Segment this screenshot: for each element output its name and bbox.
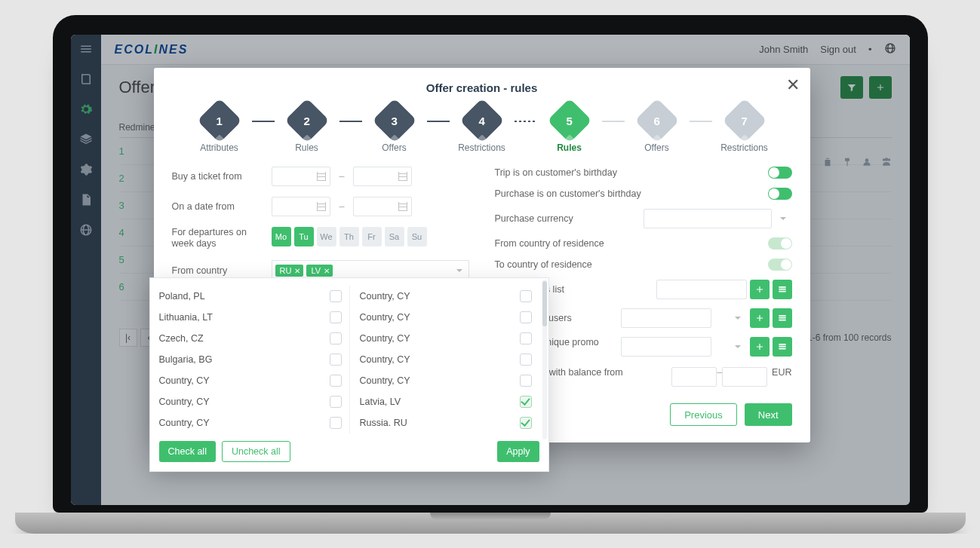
day-th[interactable]: Th [339, 227, 359, 246]
currency-label: EUR [772, 367, 791, 378]
checkbox[interactable] [520, 375, 532, 387]
country-option[interactable]: Country, CY [360, 307, 539, 328]
country-option[interactable]: Lithuania, LT [159, 307, 349, 328]
settings-icon[interactable] [79, 163, 93, 179]
promo-codes-input[interactable] [656, 280, 747, 299]
purchase-birthday-label: Purchase is on customer's birthday [495, 188, 768, 199]
step-1[interactable]: 1Attributes [187, 105, 252, 153]
purchase-currency-select[interactable] [644, 209, 772, 228]
user-group-select[interactable] [621, 308, 711, 328]
country-tag[interactable]: LV ✕ [306, 265, 333, 277]
signout-link[interactable]: Sign out [820, 44, 856, 55]
day-su[interactable]: Su [407, 227, 427, 246]
to-residence-toggle[interactable] [768, 259, 792, 271]
filter-button[interactable] [840, 76, 863, 99]
balance-from-max[interactable] [722, 367, 767, 387]
pager-first[interactable]: |‹ [119, 329, 137, 347]
modal-title: Offer creation - rules [172, 81, 792, 94]
uncheck-all-button[interactable]: Uncheck all [222, 441, 290, 462]
close-icon[interactable]: ✕ [786, 75, 800, 95]
country-option[interactable]: Country, CY [159, 391, 349, 412]
step-4[interactable]: 4Restrictions [450, 105, 515, 153]
weekday-picker: MoTuWeThFrSaSu [272, 227, 427, 246]
checkbox[interactable] [330, 311, 342, 323]
checkbox[interactable] [520, 290, 532, 302]
day-mo[interactable]: Mo [272, 227, 291, 246]
balance-from-min[interactable] [671, 367, 717, 387]
day-tu[interactable]: Tu [294, 227, 314, 246]
country-dropdown: Poland, PLLithuania, LTCzech, CZBulgaria… [149, 277, 549, 472]
menu-icon[interactable] [79, 42, 93, 59]
language-icon[interactable] [884, 42, 896, 57]
step-3[interactable]: 3Offers [362, 105, 427, 153]
country-tag[interactable]: RU ✕ [275, 265, 304, 277]
from-country-label: From country [172, 265, 263, 276]
unique-list-button[interactable] [773, 337, 792, 357]
brand-logo: ECOLINES [115, 43, 189, 57]
check-all-button[interactable]: Check all [159, 441, 216, 462]
checkbox[interactable] [330, 354, 342, 366]
from-residence-toggle[interactable] [768, 237, 792, 250]
country-option[interactable]: Country, CY [360, 286, 539, 307]
next-button[interactable]: Next [745, 403, 792, 426]
book-icon[interactable] [79, 72, 93, 89]
dropdown-scrollbar[interactable] [542, 280, 547, 439]
apply-button[interactable]: Apply [497, 441, 539, 462]
promo-add-button[interactable] [750, 280, 770, 299]
country-option[interactable]: Country, CY [360, 370, 539, 391]
country-option[interactable]: Poland, PL [159, 286, 349, 307]
sidebar [71, 35, 101, 505]
country-option[interactable]: Country, CY [159, 370, 349, 391]
user-name[interactable]: John Smith [759, 44, 808, 55]
checkbox[interactable] [330, 290, 342, 302]
unique-codes-select[interactable] [621, 337, 711, 357]
stepper: 1Attributes2Rules3Offers4Restrictions5Ru… [172, 105, 792, 153]
buy-from-start[interactable] [272, 167, 330, 186]
checkbox[interactable] [520, 311, 532, 323]
globe-icon[interactable] [79, 223, 93, 240]
to-residence-label: To country of residence [495, 259, 768, 270]
records-count: 1-6 from 100 records [807, 332, 891, 343]
on-date-start[interactable] [272, 197, 330, 216]
country-option[interactable]: Russia. RU [360, 412, 539, 433]
step-5[interactable]: 5Rules [537, 105, 602, 153]
step-2[interactable]: 2Rules [275, 105, 339, 153]
topbar: ECOLINES John Smith Sign out • [101, 35, 910, 65]
country-option[interactable]: Country, CY [360, 328, 539, 349]
country-option[interactable]: Country, CY [360, 349, 539, 370]
day-we[interactable]: We [317, 227, 336, 246]
checkbox[interactable] [520, 354, 532, 366]
trip-birthday-toggle[interactable] [768, 167, 792, 179]
add-button[interactable] [869, 76, 892, 99]
dep-days-label: For departures on week days [172, 227, 263, 250]
day-sa[interactable]: Sa [385, 227, 404, 246]
unique-add-button[interactable] [750, 337, 770, 357]
group-add-button[interactable] [750, 308, 770, 328]
country-option[interactable]: Country, CY [159, 412, 349, 433]
topbar-dot: • [868, 44, 872, 55]
on-date-label: On a date from [172, 201, 263, 212]
checkbox[interactable] [520, 332, 532, 344]
country-option[interactable]: Bulgaria, BG [159, 349, 349, 370]
promo-list-button[interactable] [773, 280, 792, 299]
purchase-birthday-toggle[interactable] [768, 188, 792, 200]
day-fr[interactable]: Fr [362, 227, 382, 246]
group-list-button[interactable] [773, 308, 792, 328]
checkbox[interactable] [330, 396, 342, 408]
checkbox[interactable] [520, 417, 532, 429]
step-6[interactable]: 6Offers [625, 105, 690, 153]
checkbox[interactable] [330, 375, 342, 387]
doc-icon[interactable] [79, 193, 93, 210]
country-option[interactable]: Czech, CZ [159, 328, 349, 349]
gear-icon[interactable] [79, 103, 93, 119]
purchase-currency-label: Purchase currency [495, 213, 644, 224]
country-option[interactable]: Latvia, LV [360, 391, 539, 412]
checkbox[interactable] [330, 417, 342, 429]
step-7[interactable]: 7Restrictions [712, 105, 777, 153]
previous-button[interactable]: Previous [670, 403, 737, 426]
buy-from-end[interactable] [353, 167, 412, 186]
checkbox[interactable] [330, 332, 342, 344]
layers-icon[interactable] [79, 133, 93, 149]
on-date-end[interactable] [353, 197, 412, 216]
checkbox[interactable] [520, 396, 532, 408]
